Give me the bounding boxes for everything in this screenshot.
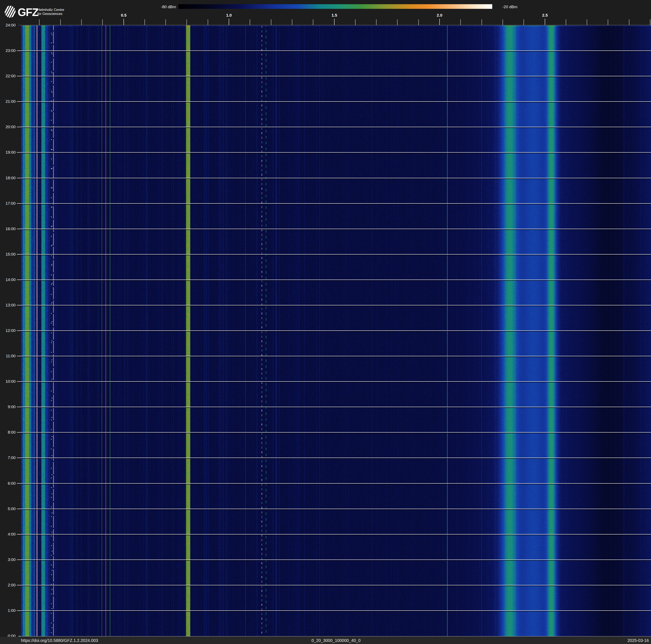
x-axis-tick <box>81 19 82 25</box>
x-axis-tick <box>123 19 124 25</box>
x-axis-tick <box>482 19 482 25</box>
x-axis-tick <box>418 19 419 25</box>
y-axis-tick-label: 19:00 <box>0 150 16 155</box>
hour-grid-line <box>17 509 651 509</box>
x-axis-tick <box>208 19 208 25</box>
x-axis-tick <box>376 19 376 25</box>
y-axis-tick-label: 11:00 <box>0 354 16 358</box>
footer-doi: https://doi.org/10.5880/GFZ.1.2.2024.003 <box>21 638 98 643</box>
gfz-logo-tagline: Helmholtz Centre for Geosciences <box>37 8 64 16</box>
hour-grid-line <box>17 76 651 76</box>
x-axis-tick <box>355 19 355 25</box>
x-axis-tick <box>165 19 166 25</box>
y-axis-tick-label: 21:00 <box>0 99 16 104</box>
x-axis-tick <box>439 19 440 25</box>
x-axis-tick <box>334 19 335 25</box>
y-axis-tick-label: 6:00 <box>0 481 16 486</box>
hour-grid-line <box>17 610 651 611</box>
x-axis-tick-label: 2.5 <box>539 13 551 18</box>
x-axis-tick <box>545 19 545 25</box>
y-axis-tick-label: 22:00 <box>0 74 16 79</box>
x-axis-tick <box>524 19 524 25</box>
spectrogram-canvas <box>21 25 651 636</box>
y-axis-tick-label: 18:00 <box>0 176 16 180</box>
colorbar-gradient <box>178 4 492 9</box>
y-axis-tick-label: 10:00 <box>0 379 16 384</box>
x-axis-tick <box>39 19 39 25</box>
x-axis-tick <box>397 19 398 25</box>
x-axis-tick <box>460 19 461 25</box>
x-axis-tick <box>60 19 61 25</box>
hour-grid-line <box>17 559 651 560</box>
x-axis-tick <box>650 19 650 25</box>
hour-grid-line <box>17 585 651 585</box>
y-axis-tick-label: 15:00 <box>0 252 16 257</box>
y-axis-tick-label: 4:00 <box>0 532 16 536</box>
hour-grid-line <box>17 407 651 407</box>
footer-date: 2025-03-16 <box>627 638 649 643</box>
header: GFZ Helmholtz Centre for Geosciences -80… <box>0 0 651 25</box>
x-axis-tick <box>566 19 566 25</box>
hour-grid-line <box>17 280 651 280</box>
y-axis-tick-label: 24:00 <box>0 23 16 28</box>
y-axis-tick-label: 12:00 <box>0 328 16 333</box>
y-axis-tick-label: 20:00 <box>0 125 16 129</box>
hour-grid-line <box>17 254 651 255</box>
hour-grid-line <box>17 381 651 382</box>
y-axis-tick-label: 7:00 <box>0 456 16 460</box>
footer: https://doi.org/10.5880/GFZ.1.2.2024.003… <box>0 637 651 644</box>
y-axis-tick-label: 9:00 <box>0 405 16 409</box>
gfz-logo-icon <box>5 6 16 18</box>
hour-grid-line <box>17 305 651 305</box>
x-axis-tick <box>186 19 187 25</box>
hour-grid-line <box>17 458 651 458</box>
plot-top-border <box>18 25 651 25</box>
x-axis-tick <box>313 19 313 25</box>
hour-grid-line <box>17 51 651 51</box>
hour-grid-line <box>17 152 651 153</box>
hour-grid-line <box>17 534 651 534</box>
hour-grid-line <box>17 101 651 102</box>
y-axis-tick-label: 5:00 <box>0 506 16 511</box>
hour-grid-line <box>17 203 651 204</box>
x-axis-tick <box>102 19 103 25</box>
y-axis-tick-label: 1:00 <box>0 608 16 613</box>
x-axis-tick <box>250 19 250 25</box>
y-axis-tick-label: 23:00 <box>0 48 16 53</box>
hour-grid-line <box>17 127 651 127</box>
hour-grid-line <box>17 178 651 178</box>
colorbar-max-label: -20 dBm <box>502 5 536 9</box>
footer-measurement-code: 0_20_3000_100000_40_0 <box>311 638 361 643</box>
spectrogram-page: GFZ Helmholtz Centre for Geosciences -80… <box>0 0 651 644</box>
gfz-tagline-line2: for Geosciences <box>37 12 64 16</box>
y-axis-tick-label: 8:00 <box>0 430 16 435</box>
x-axis-tick-label: 1.5 <box>328 13 341 18</box>
hour-grid-line <box>17 356 651 356</box>
hour-grid-line <box>17 483 651 484</box>
x-axis-tick <box>502 19 503 25</box>
x-axis-tick <box>587 19 587 25</box>
colorbar-min-label: -80 dBm <box>147 5 176 9</box>
gfz-tagline-line1: Helmholtz Centre <box>37 8 64 12</box>
hour-grid-line <box>17 330 651 331</box>
x-axis-tick <box>145 19 145 25</box>
x-axis-tick-label: 1.0 <box>223 13 235 18</box>
x-axis-tick-label: 0.5 <box>117 13 130 18</box>
y-axis-tick-label: 16:00 <box>0 227 16 231</box>
y-axis-tick-label: 3:00 <box>0 557 16 562</box>
hour-grid-line <box>17 229 651 229</box>
y-axis-tick-label: 2:00 <box>0 583 16 587</box>
y-axis-tick-label: 13:00 <box>0 303 16 308</box>
x-axis-tick <box>229 19 229 25</box>
gfz-logo-text: GFZ <box>18 6 38 19</box>
x-axis-tick <box>292 19 292 25</box>
hour-grid-line <box>17 432 651 433</box>
x-axis-tick <box>271 19 271 25</box>
y-axis-tick-label: 17:00 <box>0 201 16 206</box>
y-axis-tick-label: 14:00 <box>0 277 16 282</box>
x-axis-tick <box>629 19 629 25</box>
x-axis-tick <box>608 19 608 25</box>
x-axis-tick-label: 2.0 <box>433 13 446 18</box>
